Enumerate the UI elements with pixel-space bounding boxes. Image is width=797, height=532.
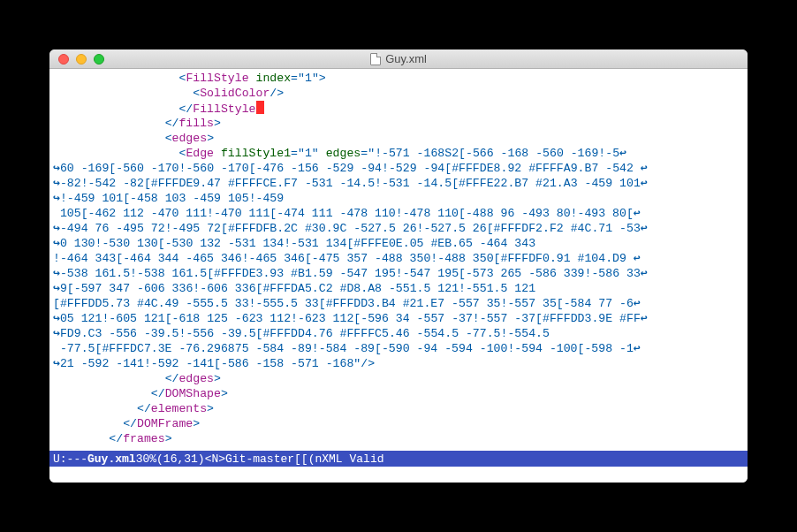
app-window: Guy.xml <FillStyle index="1"> <SolidColo…: [49, 49, 748, 483]
wrap-indicator-icon: ↩: [641, 162, 648, 175]
minibuffer[interactable]: [49, 467, 748, 483]
close-button[interactable]: [58, 54, 69, 65]
modeline-mode: <N>: [205, 452, 225, 466]
modeline-filename: Guy.xml: [87, 452, 136, 466]
tag-edge: Edge: [186, 147, 214, 160]
document-icon: [370, 53, 381, 65]
cursor: [256, 101, 264, 114]
tag-fillstyle-open: FillStyle: [186, 72, 248, 85]
tag-frames-close: frames: [123, 432, 164, 445]
wrap-continuation-icon: ↪: [53, 162, 60, 175]
wrap-continuation-icon: ↪: [53, 282, 60, 295]
wrap-indicator-icon: ↩: [634, 207, 641, 220]
wrap-continuation-icon: ↪: [53, 327, 60, 340]
wrap-continuation-icon: ↪: [53, 357, 60, 370]
modeline-state: U:---: [53, 452, 87, 466]
tag-domshape-close: DOMShape: [165, 387, 221, 400]
edge-data: !-571 -168S2[-566 -168 -560 -169!-5: [375, 147, 619, 160]
wrap-indicator-icon: ↩: [634, 252, 641, 265]
wrap-continuation-icon: ↪: [53, 192, 60, 205]
tag-domframe-close: DOMFrame: [137, 417, 193, 430]
tag-elements-close: elements: [151, 402, 207, 415]
wrap-continuation-icon: ↪: [53, 222, 60, 235]
window-title: Guy.xml: [49, 52, 748, 65]
modeline-minor: [[(nXML Valid: [294, 452, 383, 466]
wrap-continuation-icon: ↪: [53, 312, 60, 325]
tag-edges-close: edges: [178, 372, 214, 385]
wrap-indicator-icon: ↩: [641, 222, 648, 235]
tag-solidcolor: SolidColor: [200, 87, 269, 100]
modeline-percent: 30%: [136, 452, 156, 466]
wrap-indicator-icon: ↩: [634, 297, 641, 310]
wrap-indicator-icon: ↩: [619, 147, 626, 160]
wrap-indicator-icon: ↩: [641, 312, 648, 325]
window-controls: [49, 54, 104, 65]
window-title-text: Guy.xml: [385, 52, 427, 65]
tag-edges-open: edges: [172, 132, 208, 145]
minimize-button[interactable]: [76, 54, 87, 65]
tag-fills-close: fills: [178, 117, 214, 130]
titlebar[interactable]: Guy.xml: [49, 49, 748, 69]
wrap-indicator-icon: ↩: [641, 177, 648, 190]
wrap-continuation-icon: ↪: [53, 267, 60, 280]
editor-pane[interactable]: <FillStyle index="1"> <SolidColor/> </Fi…: [49, 69, 748, 451]
tag-fillstyle-close: FillStyle: [193, 103, 255, 116]
wrap-indicator-icon: ↩: [641, 267, 648, 280]
wrap-continuation-icon: ↪: [53, 237, 60, 250]
modeline-position: (16,31): [156, 452, 205, 466]
mode-line[interactable]: U:--- Guy.xml 30% (16,31) <N> Git-master…: [49, 451, 748, 467]
wrap-continuation-icon: ↪: [53, 177, 60, 190]
wrap-indicator-icon: ↩: [634, 342, 641, 355]
modeline-vc: Git-master: [225, 452, 294, 466]
zoom-button[interactable]: [94, 54, 104, 65]
